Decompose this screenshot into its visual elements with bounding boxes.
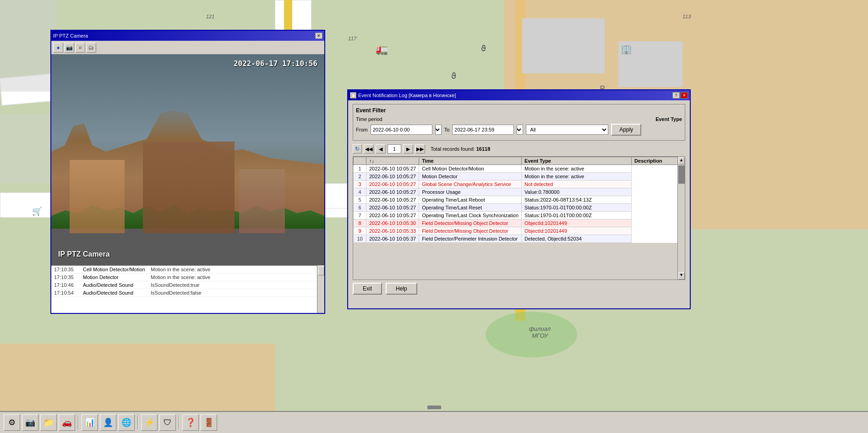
table-row: 6 2022-06-10 10:05:27 Operating Time/Las… [354, 204, 685, 212]
row-time: 2022-06-10 10:05:27 [366, 181, 419, 188]
toolbar-settings-btn[interactable]: 🗂 [86, 43, 96, 53]
col-description[interactable]: Description [632, 157, 685, 165]
table-row: 4 2022-06-10 10:05:27 Processor Usage Va… [354, 188, 685, 196]
row-time: 2022-06-10 10:05:27 [366, 165, 419, 173]
scrollbar-thumb[interactable] [678, 165, 685, 184]
event-type: Cell Motion Detector/Motion [83, 267, 147, 272]
table-row: 7 2022-06-10 10:05:27 Operating Time/Las… [354, 212, 685, 219]
row-event-type: Field Detector/Missing Object Detector [419, 219, 522, 227]
taskbar-reports[interactable]: 📊 [82, 414, 98, 431]
toolbar-zoom-btn[interactable]: ⌗ [75, 43, 85, 53]
eventlog-window: 📋 Event Notification Log [Камера в Ногин… [347, 89, 691, 309]
taskbar: ⚙ 📷 📁 🚗 📊 👤 🌐 ⚡ 🛡 ❓ 🚪 [0, 411, 868, 433]
row-event-type: Processor Usage [419, 188, 522, 196]
event-table-body: 1 2022-06-10 10:05:27 Cell Motion Detect… [354, 165, 685, 243]
taskbar-sep-1 [78, 416, 79, 429]
event-type-label: Event Type [655, 116, 682, 122]
toolbar-snapshot-btn[interactable]: 📷 [64, 43, 74, 53]
event-desc: Motion in the scene: active [151, 274, 210, 280]
taskbar-network[interactable]: 🌐 [118, 414, 135, 431]
event-desc: IsSoundDetected:false [151, 290, 202, 296]
refresh-btn[interactable]: ↻ [353, 144, 362, 153]
apply-button[interactable]: Apply [611, 124, 641, 136]
table-row: 3 2022-06-10 10:05:27 Global Scene Chang… [354, 181, 685, 188]
help-button[interactable]: Help [386, 283, 417, 295]
last-page-btn[interactable]: ▶▶ [415, 144, 425, 153]
row-description: Status:2022-06-08T13:54:13Z [522, 196, 632, 204]
col-time[interactable]: Time [419, 157, 522, 165]
taskbar-settings[interactable]: ⚙ [4, 414, 20, 431]
event-time: 17:10:35 [54, 267, 79, 272]
eventlog-content: Event Filter Time period Event Type From… [348, 100, 690, 298]
event-type: Motion Detector [83, 274, 147, 280]
table-row: 10 2022-06-10 10:05:37 Field Detector/Pe… [354, 235, 685, 243]
from-label: From [356, 127, 368, 132]
list-item: 17:10:46 Audio/Detected Sound IsSoundDet… [51, 281, 324, 289]
row-description: Status:1970-01-01T00:00:00Z [522, 212, 632, 219]
taskbar-help[interactable]: ❓ [182, 414, 199, 431]
taskbar-users[interactable]: 👤 [100, 414, 116, 431]
table-row: 2 2022-06-10 10:05:27 Motion Detector Mo… [354, 173, 685, 181]
taskbar-exit[interactable]: 🚪 [201, 414, 217, 431]
eventlog-close-btn[interactable]: ✕ [681, 92, 688, 99]
taskbar-camera[interactable]: 📷 [22, 414, 38, 431]
pagination-row: ↻ ◀◀ ◀ ▶ ▶▶ Total records found: 16118 [353, 143, 685, 154]
time-period-label: Time period [356, 116, 383, 122]
col-sort[interactable]: ↑↓ [366, 157, 419, 165]
row-time: 2022-06-10 10:05:30 [366, 219, 419, 227]
event-desc: Motion in the scene: active [151, 267, 210, 272]
camera-scrollbar[interactable] [317, 265, 324, 313]
from-dropdown[interactable]: ▼ [435, 125, 442, 135]
taskbar-vehicles[interactable]: 🚗 [59, 414, 75, 431]
table-scrollbar[interactable]: ▲ ▼ [677, 157, 685, 280]
first-page-btn[interactable]: ◀◀ [364, 144, 374, 153]
camera-scroll-thumb[interactable] [318, 266, 324, 275]
eventlog-titlebar: 📋 Event Notification Log [Камера в Ногин… [348, 90, 690, 100]
next-page-btn[interactable]: ▶ [403, 144, 413, 153]
event-type: Audio/Detected Sound [83, 282, 147, 288]
list-item: 17:10:35 Motion Detector Motion in the s… [51, 274, 324, 281]
filter-row-time: Time period Event Type [356, 116, 682, 122]
filter-section: Event Filter Time period Event Type From… [353, 104, 685, 141]
event-table-container: ↑↓ Time Event Type Description 1 2022-06… [353, 156, 685, 280]
eventlog-help-icon[interactable]: ? [672, 92, 680, 99]
camera-close-btn[interactable]: ✕ [315, 33, 322, 39]
exit-button[interactable]: Exit [353, 283, 382, 295]
row-event-type: Operating Time/Last Clock Synchronizatio… [419, 212, 522, 219]
row-time: 2022-06-10 10:05:27 [366, 212, 419, 219]
row-num: 10 [354, 235, 366, 243]
from-input[interactable] [371, 125, 432, 135]
camera-titlebar: IP PTZ Camera ✕ [51, 31, 324, 41]
event-type-select[interactable]: AllMotionAnalyticsAudioSystem [526, 125, 608, 135]
camera-title-buttons: ✕ [315, 33, 322, 39]
row-num: 4 [354, 188, 366, 196]
page-input[interactable] [388, 144, 401, 153]
col-event-type[interactable]: Event Type [522, 157, 632, 165]
row-event-type: Motion Detector [419, 173, 522, 181]
prev-page-btn[interactable]: ◀ [376, 144, 386, 153]
row-num: 6 [354, 204, 366, 212]
row-time: 2022-06-10 10:05:33 [366, 227, 419, 235]
scrollbar-up[interactable]: ▲ [678, 157, 685, 164]
event-desc: IsSoundDetected:true [151, 282, 199, 288]
map-symbol-1: ϑ [481, 44, 486, 54]
row-description: Status:1970-01-01T00:00:00Z [522, 204, 632, 212]
taskbar-files[interactable]: 📁 [40, 414, 57, 431]
row-description: ObjectId:10201449 [522, 227, 632, 235]
table-row: 5 2022-06-10 10:05:27 Operating Time/Las… [354, 196, 685, 204]
row-description: Detected, ObjectId:52034 [522, 235, 632, 243]
row-time: 2022-06-10 10:05:37 [366, 235, 419, 243]
filter-row-inputs: From ▼ To ▼ AllMotionAnalyticsAudioSyste… [356, 124, 682, 136]
camera-timestamp: 2022-06-17 17:10:56 [234, 59, 317, 68]
scrollbar-down[interactable]: ▼ [678, 272, 685, 280]
taskbar-events[interactable]: ⚡ [141, 414, 158, 431]
map-icon-cart: 🛒 [32, 206, 42, 216]
taskbar-shield[interactable]: 🛡 [159, 414, 176, 431]
to-dropdown[interactable]: ▼ [517, 125, 523, 135]
row-num: 3 [354, 181, 366, 188]
list-item: 17:10:35 Cell Motion Detector/Motion Mot… [51, 266, 324, 274]
row-event-type: Field Detector/Missing Object Detector [419, 227, 522, 235]
event-type: Audio/Detected Sound [83, 290, 147, 296]
toolbar-record-btn[interactable]: ● [53, 43, 63, 53]
to-input[interactable] [452, 125, 514, 135]
